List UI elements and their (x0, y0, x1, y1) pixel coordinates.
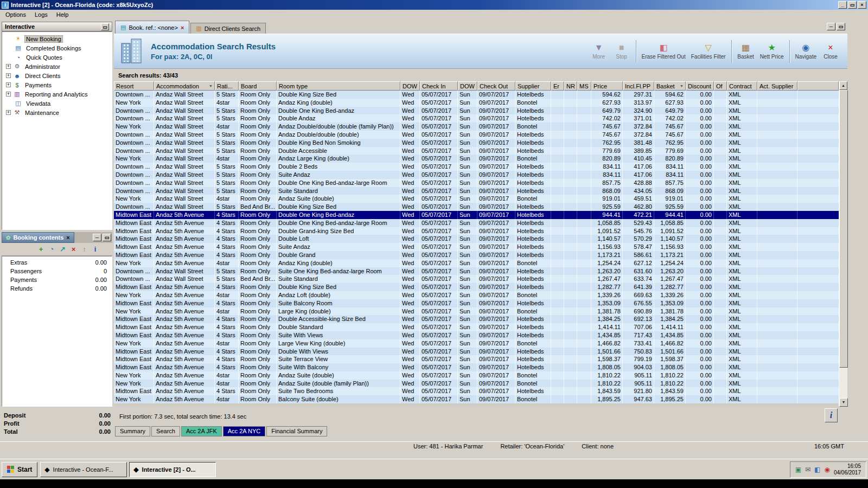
column-header-room-type-4[interactable]: Room type (277, 81, 400, 91)
result-row[interactable]: Downtown ...Andaz Wall Street5 StarsRoom… (114, 114, 839, 123)
result-row[interactable]: Midtown EastAndaz 5th Avenue4 StarsRoom … (114, 283, 839, 291)
result-row[interactable]: Midtown EastAndaz 5th Avenue4 StarsRoom … (114, 315, 839, 323)
taskbar-button-interactive-ocean-f[interactable]: ◆Interactive - Ocean-F... (40, 462, 127, 477)
result-row[interactable]: Downtown ...Andaz Wall Street5 StarsRoom… (114, 91, 839, 99)
taskbar-button-interactive-2-o[interactable]: ◆Interactive [2] - O... (129, 462, 216, 477)
result-row[interactable]: Downtown ...Andaz Wall Street5 StarsRoom… (114, 267, 839, 275)
result-row[interactable]: Downtown ...Andaz Wall Street5 StarsRoom… (114, 163, 839, 171)
display-icon[interactable]: ◧ (814, 466, 820, 473)
column-header-of-17[interactable]: Of (714, 81, 727, 91)
sidebar-collapse-button[interactable]: ▭ (101, 23, 109, 30)
result-row[interactable]: New YorkAndaz Wall Street4starRoom OnlyA… (114, 99, 839, 107)
result-row[interactable]: Midtown EastAndaz 5th Avenue4 StarsRoom … (114, 331, 839, 339)
column-header-discount-16[interactable]: Discount (686, 81, 714, 91)
column-header-board-3[interactable]: Board (239, 81, 277, 91)
result-row[interactable]: Midtown EastAndaz 5th Avenue4 StarsRoom … (114, 227, 839, 235)
info-icon[interactable]: i (91, 245, 100, 254)
start-button[interactable]: Start (2, 462, 37, 477)
scroll-up-button[interactable]: ▲ (839, 81, 847, 90)
column-header-accommodation-1[interactable]: Accommodation▼ (154, 81, 215, 91)
result-row[interactable]: Downtown ...Andaz Wall Street5 StarsRoom… (114, 147, 839, 155)
result-row[interactable]: Downtown ...Andaz Wall Street5 StarsRoom… (114, 131, 839, 139)
expand-icon[interactable]: + (6, 73, 11, 78)
column-header-check-out-8[interactable]: Check Out (477, 81, 515, 91)
result-row[interactable]: Downtown ...Andaz Wall Street5 StarsRoom… (114, 139, 839, 147)
maximize-button[interactable]: ▭ (848, 1, 857, 9)
column-header-contract-18[interactable]: Contract (727, 81, 757, 91)
workspace-tab-search[interactable]: Search (151, 426, 180, 436)
result-row[interactable]: Midtown EastAndaz 5th Avenue4 StarsRoom … (114, 251, 839, 259)
menu-options[interactable]: Options (1, 10, 30, 19)
close-button[interactable]: × (858, 1, 866, 9)
sidebar-item-direct-clients[interactable]: +☻Direct Clients (2, 71, 112, 80)
result-row[interactable]: Midtown EastAndaz 5th Avenue4 StarsRoom … (114, 219, 839, 227)
delete-icon[interactable]: × (69, 245, 78, 254)
panel-minimize-button[interactable]: ─ (827, 23, 835, 30)
result-row[interactable]: Midtown EastAndaz 5th Avenue4 StarsRoom … (114, 235, 839, 243)
result-row[interactable]: New YorkAndaz 5th Avenue4starRoom OnlyBa… (114, 395, 839, 403)
column-header-price-13[interactable]: Price (591, 81, 623, 91)
result-row[interactable]: Midtown EastAndaz 5th Avenue4 StarsRoom … (114, 211, 839, 219)
sidebar-item-administrator[interactable]: +⚙Administrator (2, 62, 112, 71)
dropdown-icon[interactable]: ▼ (680, 84, 684, 88)
booking-panel-minimize-button[interactable]: ─ (93, 234, 101, 241)
result-row[interactable]: Downtown ...Andaz Wall Street5 StarsRoom… (114, 179, 839, 187)
column-header-er-10[interactable]: Er (551, 81, 564, 91)
result-row[interactable]: New YorkAndaz Wall Street4starRoom OnlyA… (114, 195, 839, 203)
scrollbar-thumb[interactable] (839, 90, 848, 368)
alert-icon[interactable]: ◉ (824, 466, 829, 473)
menu-logs[interactable]: Logs (30, 10, 52, 19)
facilities-filter-button[interactable]: ▽Facilities Filter (688, 42, 729, 61)
result-row[interactable]: Downtown ...Andaz Wall Street5 StarsRoom… (114, 187, 839, 195)
sidebar-item-maintenance[interactable]: +⚒Maintenance (2, 108, 112, 117)
column-header-incl-fl-pp-14[interactable]: Incl.Fl.PP (623, 81, 654, 91)
vertical-scrollbar[interactable]: ▲ ▼ (839, 81, 847, 407)
column-header-basket-15[interactable]: Basket▼ (654, 81, 686, 91)
column-header-check-in-6[interactable]: Check In (420, 81, 458, 91)
column-header-ms-12[interactable]: MS (577, 81, 591, 91)
expand-icon[interactable]: + (6, 110, 11, 115)
tab-direct-clients-search[interactable]: ▥Direct Clients Search (190, 23, 266, 34)
filter-icon[interactable]: ▼ (209, 84, 213, 88)
column-header-supplier-9[interactable]: Supplier (515, 81, 551, 91)
stop-button[interactable]: ■Stop (610, 42, 633, 61)
result-row[interactable]: Midtown EastAndaz 5th Avenue4 StarsRoom … (114, 299, 839, 307)
sidebar-item-new-booking[interactable]: ☀New Booking (2, 34, 112, 43)
add-icon[interactable]: + (36, 245, 46, 254)
result-row[interactable]: Midtown EastAndaz 5th Avenue4 StarsRoom … (114, 243, 839, 251)
result-row[interactable]: New YorkAndaz 5th Avenue4starRoom OnlyLa… (114, 339, 839, 348)
result-row[interactable]: Midtown EastAndaz 5th Avenue4 StarsRoom … (114, 348, 839, 356)
network-icon[interactable]: ▣ (795, 466, 801, 473)
workspace-tab-summary[interactable]: Summary (115, 426, 150, 436)
column-header-nr-11[interactable]: NR (564, 81, 577, 91)
result-row[interactable]: Midtown EastAndaz 5th Avenue4 StarsRoom … (114, 355, 839, 363)
result-row[interactable]: New YorkAndaz Wall Street4starRoom OnlyA… (114, 155, 839, 163)
booking-contents-tab[interactable]: ✿ Booking contents × (2, 232, 74, 243)
result-row[interactable]: Midtown EastAndaz 5th Avenue4 StarsRoom … (114, 387, 839, 395)
column-header-resort-0[interactable]: Resort (114, 81, 154, 91)
info-button[interactable]: i (825, 408, 838, 422)
basket-button[interactable]: ▦Basket (735, 42, 757, 61)
move-up-icon[interactable]: ↑ (80, 245, 89, 254)
column-header-dow-5[interactable]: DOW (400, 81, 420, 91)
result-row[interactable]: New YorkAndaz 5th Avenue4starRoom OnlyAn… (114, 259, 839, 267)
scroll-down-button[interactable]: ▼ (839, 398, 848, 407)
workspace-tab-acc-2a-nyc[interactable]: Acc 2A NYC (223, 426, 266, 436)
result-row[interactable]: Downtown ...Andaz Wall Street5 StarsRoom… (114, 107, 839, 115)
result-row[interactable]: New YorkAndaz 5th Avenue4starRoom OnlyAn… (114, 291, 839, 299)
sidebar-item-reporting-and-analytics[interactable]: +▥Reporting and Analytics (2, 89, 112, 99)
tab-book-ref-none[interactable]: ▤Book. ref.: <none>× (115, 21, 189, 34)
result-row[interactable]: New YorkAndaz 5th Avenue4starRoom OnlyLa… (114, 307, 839, 316)
expand-icon[interactable]: + (6, 82, 11, 87)
result-row[interactable]: Downtown ...Andaz Wall Street5 StarsBed … (114, 203, 839, 211)
close-icon[interactable]: × (66, 234, 69, 241)
more-button[interactable]: ▼More (588, 42, 610, 61)
sidebar-item-completed-bookings[interactable]: ▤Completed Bookings (2, 43, 112, 53)
nett-price-button[interactable]: ★Nett Price (757, 42, 787, 61)
minimize-button[interactable]: _ (838, 1, 847, 9)
result-row[interactable]: New YorkAndaz 5th Avenue4starRoom OnlyAn… (114, 371, 839, 380)
erase-filtered-out-button[interactable]: ◧Erase Filtered Out (639, 42, 688, 61)
navigate-button[interactable]: ◉Navigate (793, 42, 819, 61)
menu-help[interactable]: Help (52, 10, 73, 19)
result-row[interactable]: New YorkAndaz 5th Avenue4starRoom OnlyAn… (114, 380, 839, 388)
